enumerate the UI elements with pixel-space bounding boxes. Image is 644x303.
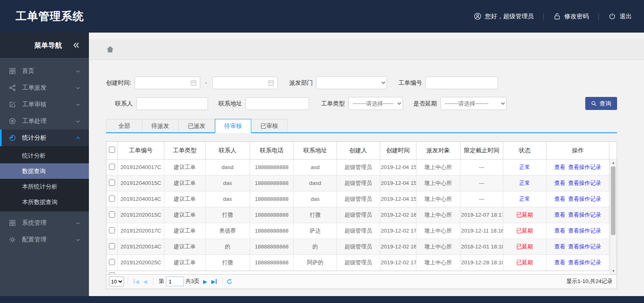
cell-actions: 查看查看操作记录: [546, 191, 609, 207]
submenu-item-local-statistics[interactable]: 本所统计分析: [0, 179, 89, 194]
submenu-label: 统计分析: [22, 152, 46, 160]
cell-status: 已延期: [503, 223, 547, 239]
cell-phone: 18888888888: [250, 255, 294, 270]
table-row: 201912020017C 建议工单 奥德赛 18888888888 萨达 超级…: [106, 223, 617, 239]
sidebar-item-review[interactable]: 工单审核: [0, 96, 89, 113]
col-order-id: 工单编号: [117, 142, 164, 159]
cell-status: 已延期: [503, 255, 547, 270]
col-deadline: 限定截止时间: [460, 142, 503, 159]
sidebar-item-dispatch[interactable]: 工单派发: [0, 79, 89, 96]
row-checkbox[interactable]: [109, 227, 115, 233]
cell-phone: 18888888888: [250, 191, 294, 207]
next-page-button[interactable]: ▶: [201, 278, 209, 285]
view-link[interactable]: 查看: [554, 196, 565, 202]
cell-order-type: 建议工单: [164, 255, 206, 270]
tab-to-review[interactable]: 待审核: [215, 119, 251, 133]
refresh-icon[interactable]: [226, 279, 232, 285]
sidebar-item-home[interactable]: 首页: [0, 63, 89, 79]
row-checkbox[interactable]: [109, 243, 115, 249]
collapse-sidebar-icon[interactable]: [73, 42, 80, 49]
contact-label: 联系人: [115, 100, 133, 108]
cell-created: 2019-12-02 17: [380, 223, 416, 239]
delay-select[interactable]: -------请选择-------: [440, 97, 507, 110]
view-log-link[interactable]: 查看操作记录: [568, 212, 601, 218]
change-password-label: 修改密码: [564, 13, 589, 20]
address-input[interactable]: [246, 98, 309, 110]
logout-button[interactable]: 退出: [609, 13, 632, 20]
address-field: [246, 97, 309, 110]
view-log-link[interactable]: 查看操作记录: [568, 244, 601, 250]
tab-all[interactable]: 全部: [106, 119, 142, 132]
tab-reviewed[interactable]: 已审核: [251, 119, 288, 132]
view-link[interactable]: 查看: [554, 212, 565, 218]
user-greeting[interactable]: 您好，超级管理员: [474, 13, 534, 20]
scroll-up-icon[interactable]: ▲: [610, 160, 617, 166]
cell-contact: das: [206, 191, 250, 207]
view-log-link[interactable]: 查看操作记录: [568, 164, 601, 170]
view-link[interactable]: 查看: [554, 164, 565, 170]
cell-created: 2019-12-02 16: [380, 239, 416, 255]
view-link[interactable]: 查看: [554, 244, 565, 250]
cell-address: das: [294, 191, 337, 207]
row-checkbox[interactable]: [109, 259, 115, 265]
submenu-item-data-query[interactable]: 数据查询: [0, 163, 89, 179]
cell-checkbox: [106, 175, 117, 191]
order-no-input[interactable]: [426, 77, 498, 89]
col-created: 创建时间: [380, 142, 416, 159]
submenu-item-statistics[interactable]: 统计分析: [0, 148, 89, 163]
order-type-select[interactable]: -------请选择-------: [348, 97, 403, 110]
prev-page-button[interactable]: ◀: [141, 278, 149, 285]
search-button-label: 查询: [600, 100, 611, 108]
tab-dispatched[interactable]: 已派发: [179, 119, 215, 132]
calendar-icon[interactable]: [268, 79, 274, 86]
pie-chart-icon: [9, 134, 16, 141]
page-number-input[interactable]: [166, 277, 184, 286]
calendar-icon[interactable]: [190, 79, 197, 86]
view-link[interactable]: 查看: [554, 180, 565, 186]
status-badge: 已延期: [516, 228, 533, 234]
power-icon: [609, 13, 616, 20]
dispatch-dept-select[interactable]: [316, 76, 387, 89]
cell-deadline: ---: [460, 159, 503, 175]
last-page-button[interactable]: ▶: [209, 278, 219, 285]
tab-to-dispatch[interactable]: 待派发: [142, 119, 179, 132]
contact-input[interactable]: [137, 98, 208, 110]
view-link[interactable]: 查看: [554, 259, 565, 266]
cell-order-type: 建议工单: [164, 159, 206, 175]
sidebar-item-process[interactable]: 工单处理: [0, 113, 89, 130]
scrollbar-thumb[interactable]: [611, 167, 615, 235]
view-log-link[interactable]: 查看操作记录: [568, 228, 601, 234]
change-password-button[interactable]: 修改密码: [553, 13, 589, 20]
view-link[interactable]: 查看: [554, 228, 565, 234]
work-order-table: 工单编号 工单类型 联系人 联系电话 联系地址 创建人 创建时间 派发对象 限定…: [106, 142, 617, 271]
sidebar-item-statistics[interactable]: 统计分析: [0, 130, 89, 146]
table-row: 201912020014C 建议工单 的 18888888888 的 超级管理员…: [106, 239, 617, 255]
divider: [222, 277, 223, 285]
chevron-down-icon: [75, 102, 81, 108]
view-log-link[interactable]: 查看操作记录: [568, 180, 601, 186]
sidebar-item-config[interactable]: 配置管理: [0, 231, 89, 248]
first-page-button[interactable]: ◀: [132, 278, 141, 285]
cell-deadline: 2018-12-01 18:18: [460, 239, 503, 255]
page-size-select[interactable]: 10: [109, 277, 124, 286]
row-checkbox[interactable]: [109, 180, 115, 186]
view-log-link[interactable]: 查看操作记录: [568, 196, 601, 202]
sidebar-item-label: 工单处理: [22, 117, 75, 125]
greeting-text: 您好，超级管理员: [485, 13, 534, 20]
row-checkbox[interactable]: [109, 272, 115, 274]
submenu-item-local-data-query[interactable]: 本所数据查询: [0, 194, 89, 210]
cell-created: 2019-12-02 16: [380, 207, 416, 223]
home-icon[interactable]: [106, 45, 114, 53]
cell-actions: 查看查看操作记录: [546, 159, 609, 175]
record-summary: 显示1-10,共24记录: [567, 278, 613, 285]
row-checkbox[interactable]: [109, 211, 115, 217]
scroll-down-icon[interactable]: ▼: [610, 268, 617, 274]
table-scrollbar[interactable]: ▲ ▼: [610, 160, 617, 274]
sidebar-item-system[interactable]: 系统管理: [0, 215, 89, 231]
row-checkbox[interactable]: [109, 164, 115, 170]
search-button[interactable]: 查询: [585, 97, 617, 110]
row-checkbox[interactable]: [109, 195, 115, 202]
view-log-link[interactable]: 查看操作记录: [568, 259, 601, 266]
select-all-checkbox[interactable]: [109, 147, 115, 153]
cell-contact: 的: [206, 239, 250, 255]
